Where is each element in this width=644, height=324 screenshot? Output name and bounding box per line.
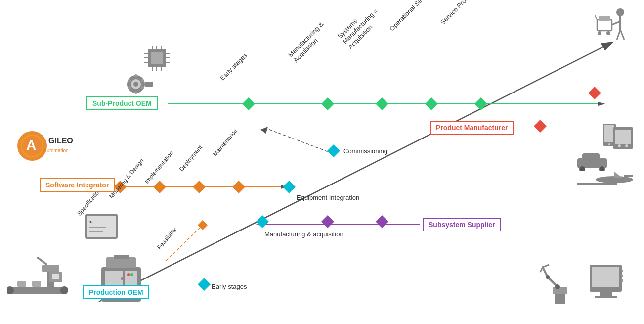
svg-rect-114 — [105, 271, 123, 286]
svg-marker-12 — [321, 97, 334, 110]
svg-marker-13 — [376, 97, 388, 110]
sub-product-oem-box: Sub-Product OEM — [86, 96, 158, 110]
svg-rect-58 — [624, 175, 633, 177]
svg-point-46 — [608, 143, 610, 145]
svg-point-34 — [616, 8, 624, 16]
svg-marker-9 — [260, 127, 268, 134]
terminal-icon: >_ — [84, 213, 119, 242]
robot-arm-icon — [540, 262, 580, 309]
svg-marker-15 — [474, 97, 487, 110]
svg-point-105 — [60, 286, 68, 294]
early-stages-bottom-label: Early stages — [212, 283, 247, 290]
svg-point-93 — [141, 86, 144, 89]
svg-point-90 — [133, 82, 138, 87]
divider-line — [577, 183, 617, 185]
svg-rect-52 — [582, 153, 600, 161]
svg-rect-109 — [17, 281, 26, 287]
svg-point-94 — [134, 91, 137, 94]
svg-line-65 — [543, 265, 549, 267]
svg-rect-72 — [621, 275, 623, 277]
hmi-terminal-icon — [587, 265, 624, 309]
svg-rect-110 — [32, 281, 41, 287]
software-integrator-box: Software Integrator — [40, 178, 115, 192]
person-cart-icon — [595, 7, 629, 49]
svg-text:>_: >_ — [89, 219, 96, 225]
logo: A GILEO Automation — [15, 129, 74, 170]
manufacturing-acquisition-bottom-label: Manufacturing & acquisition — [264, 231, 343, 238]
svg-rect-118 — [114, 255, 129, 259]
svg-line-66 — [540, 267, 543, 272]
svg-marker-19 — [153, 181, 166, 193]
svg-line-0 — [99, 42, 613, 302]
svg-rect-43 — [599, 16, 610, 21]
svg-point-91 — [134, 74, 137, 77]
svg-point-121 — [130, 273, 133, 276]
svg-rect-122 — [127, 278, 136, 282]
svg-rect-39 — [597, 20, 612, 31]
svg-line-38 — [620, 30, 624, 40]
svg-rect-73 — [621, 279, 623, 282]
svg-point-42 — [606, 31, 610, 35]
svg-point-64 — [546, 275, 550, 279]
airplane-icon — [595, 171, 634, 190]
svg-text:A: A — [26, 138, 36, 153]
svg-marker-21 — [232, 181, 245, 193]
svg-point-41 — [598, 31, 601, 35]
car-icon — [575, 151, 609, 173]
svg-point-63 — [555, 284, 560, 289]
appliance-icon — [612, 126, 634, 152]
svg-rect-60 — [553, 287, 567, 294]
svg-point-92 — [141, 79, 144, 82]
product-manufacturer-box: Product Manufacturer — [430, 121, 514, 135]
svg-marker-28 — [376, 215, 388, 228]
svg-point-120 — [127, 273, 130, 276]
svg-rect-112 — [52, 274, 59, 279]
svg-marker-16 — [534, 120, 547, 133]
svg-text:Automation: Automation — [43, 148, 69, 153]
svg-line-40 — [595, 15, 597, 20]
svg-marker-27 — [321, 215, 334, 228]
svg-marker-11 — [242, 97, 255, 110]
svg-rect-107 — [42, 265, 59, 272]
svg-rect-69 — [600, 292, 612, 296]
svg-marker-17 — [588, 87, 601, 99]
equipment-integration-label: Equipment Integration — [297, 194, 359, 201]
svg-marker-26 — [198, 278, 211, 291]
svg-marker-2 — [598, 102, 605, 106]
svg-line-108 — [37, 257, 47, 265]
svg-marker-24 — [327, 144, 340, 157]
svg-point-96 — [128, 79, 131, 82]
subsystem-supplier-box: Subsystem Supplier — [423, 218, 501, 231]
svg-marker-23 — [283, 181, 296, 193]
svg-point-50 — [625, 144, 628, 147]
svg-rect-57 — [602, 178, 627, 181]
svg-line-8 — [267, 129, 332, 153]
production-oem-box: Production OEM — [83, 285, 149, 299]
cpu-icon — [143, 45, 171, 74]
svg-point-95 — [128, 86, 131, 89]
svg-line-36 — [612, 21, 620, 25]
svg-rect-48 — [615, 130, 631, 144]
svg-rect-117 — [106, 257, 136, 268]
svg-marker-20 — [193, 181, 206, 193]
svg-rect-68 — [592, 267, 619, 287]
svg-rect-97 — [145, 82, 153, 87]
svg-marker-14 — [425, 97, 438, 110]
svg-rect-75 — [151, 52, 163, 64]
svg-rect-71 — [621, 270, 623, 272]
engine-icon — [124, 72, 153, 98]
svg-text:GILEO: GILEO — [48, 137, 73, 145]
svg-rect-70 — [595, 296, 617, 298]
diagram-container: A GILEO Automation — [0, 0, 644, 324]
svg-rect-103 — [7, 287, 67, 294]
svg-point-49 — [618, 144, 621, 147]
svg-point-119 — [121, 277, 124, 280]
svg-line-37 — [617, 30, 620, 40]
commissioning-label: Commissioning — [343, 147, 387, 155]
production-line-icon — [7, 257, 82, 309]
cnc-machine-icon — [96, 252, 146, 309]
